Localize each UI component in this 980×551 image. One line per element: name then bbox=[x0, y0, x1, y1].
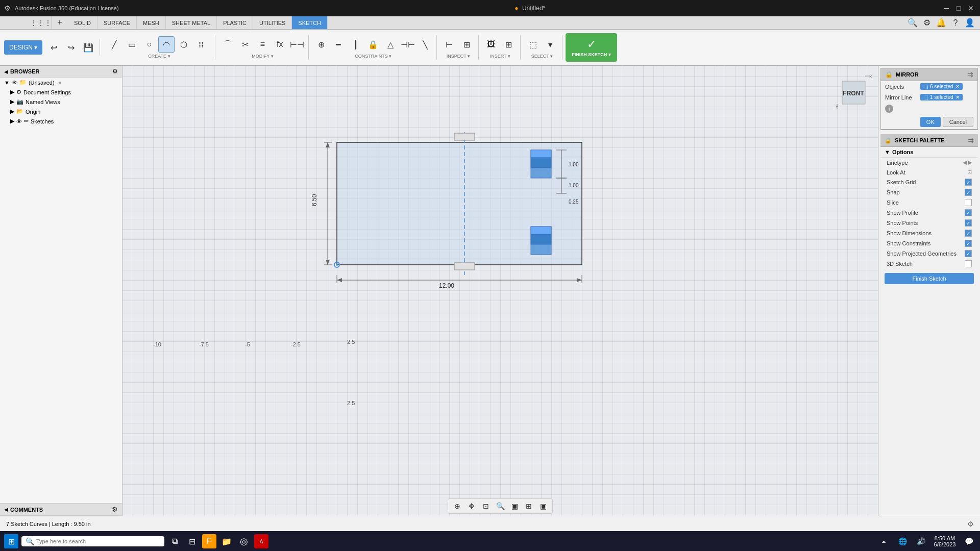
showprojected-checkbox[interactable]: ✓ bbox=[965, 250, 972, 257]
tab-sheet-metal[interactable]: SHEET METAL bbox=[166, 16, 217, 29]
horizontal-constraint[interactable]: ━ bbox=[330, 36, 347, 53]
showdimensions-checkbox[interactable]: ✓ bbox=[965, 230, 972, 237]
linetype-left-arrow[interactable]: ◀ bbox=[963, 159, 967, 166]
finish-sketch-toolbar-button[interactable]: ✓ FINISH SKETCH ▾ bbox=[566, 33, 617, 62]
taskbar-app4-button[interactable]: A bbox=[254, 534, 268, 548]
palette-showdimensions-row[interactable]: Show Dimensions ✓ bbox=[880, 228, 978, 238]
task-view-button[interactable]: ⧉ bbox=[167, 534, 182, 548]
tab-plastic[interactable]: PLASTIC bbox=[217, 16, 253, 29]
settings-button[interactable]: ⚙ bbox=[921, 17, 933, 29]
info-icon[interactable]: i bbox=[885, 105, 893, 113]
polygon-tool[interactable]: ⬡ bbox=[176, 36, 192, 53]
taskbar-chrome-button[interactable]: ◎ bbox=[237, 534, 251, 548]
browser-root[interactable]: ▼ 👁 📁 (Unsaved) ● bbox=[0, 78, 122, 87]
account-button[interactable]: 👤 bbox=[964, 17, 976, 29]
finish-sketch-palette-button[interactable]: Finish Sketch bbox=[885, 273, 974, 284]
taskbar-search-input[interactable] bbox=[36, 538, 138, 544]
browser-sketches[interactable]: ▶ 👁 ✏ Sketches bbox=[0, 116, 122, 126]
mirror-line-clear-icon[interactable]: ✕ bbox=[955, 94, 960, 100]
app-menu-button[interactable]: ⋮⋮⋮ bbox=[35, 17, 47, 29]
tab-surface[interactable]: SURFACE bbox=[97, 16, 137, 29]
slice-checkbox[interactable] bbox=[965, 199, 972, 206]
insert-table-tool[interactable]: ⊞ bbox=[500, 36, 517, 53]
line-tool[interactable]: ╱ bbox=[106, 36, 122, 53]
select-dropdown[interactable]: ▾ bbox=[542, 36, 558, 53]
comments-collapse-button[interactable]: ◀ bbox=[4, 507, 8, 512]
grid-button[interactable]: ⊞ bbox=[523, 500, 535, 512]
statusbar-settings-button[interactable]: ⚙ bbox=[967, 520, 974, 528]
offset-tool[interactable]: ≡ bbox=[254, 36, 271, 53]
search-toolbar-button[interactable]: 🔍 bbox=[906, 17, 919, 29]
arc-tool[interactable]: ◠ bbox=[158, 36, 175, 53]
fillet-tool[interactable]: ⌒ bbox=[219, 36, 236, 53]
taskbar-expand-button[interactable]: ⏶ bbox=[877, 534, 891, 548]
taskbar-explorer-button[interactable]: 📁 bbox=[219, 534, 234, 548]
rectangle-tool[interactable]: ▭ bbox=[124, 36, 140, 53]
tab-solid[interactable]: SOLID bbox=[68, 16, 97, 29]
browser-collapse-button[interactable]: ◀ bbox=[4, 69, 8, 74]
browser-settings-button[interactable]: ⚙ bbox=[112, 68, 118, 75]
palette-showpoints-row[interactable]: Show Points ✓ bbox=[880, 218, 978, 228]
snap-checkbox[interactable]: ✓ bbox=[965, 189, 972, 196]
mirror-line-badge[interactable]: ⬚ 1 selected ✕ bbox=[920, 94, 963, 101]
palette-sketchgrid-row[interactable]: Sketch Grid ✓ bbox=[880, 177, 978, 187]
undo-button[interactable]: ↩ bbox=[45, 39, 62, 56]
lookat-icon[interactable]: ⊡ bbox=[967, 169, 972, 176]
mirror-ok-button[interactable]: OK bbox=[920, 117, 941, 127]
tab-mesh[interactable]: MESH bbox=[137, 16, 166, 29]
tangent-constraint[interactable]: ╲ bbox=[417, 36, 433, 53]
extend-tool[interactable]: ⊢⊣ bbox=[289, 36, 305, 53]
palette-linetype-row[interactable]: Linetype ◀ ▶ bbox=[880, 158, 978, 167]
minimize-button[interactable]: ─ bbox=[941, 3, 951, 13]
close-button[interactable]: ✕ bbox=[966, 3, 976, 13]
more-create-tool[interactable]: ⁞⁞ bbox=[193, 36, 209, 53]
browser-named-views[interactable]: ▶ 📷 Named Views bbox=[0, 97, 122, 107]
section-tool[interactable]: ⊞ bbox=[458, 36, 475, 53]
showconstraints-checkbox[interactable]: ✓ bbox=[965, 240, 972, 247]
showpoints-checkbox[interactable]: ✓ bbox=[965, 219, 972, 227]
save-button[interactable]: 💾 bbox=[80, 39, 96, 56]
mirror-constraint[interactable]: ⊣⊢ bbox=[400, 36, 416, 53]
palette-showprojected-row[interactable]: Show Projected Geometries ✓ bbox=[880, 248, 978, 259]
palette-showprofile-row[interactable]: Show Profile ✓ bbox=[880, 208, 978, 218]
insert-image-tool[interactable]: 🖼 bbox=[483, 36, 499, 53]
zoom-button[interactable]: 🔍 bbox=[494, 500, 506, 512]
notification-center-button[interactable]: 💬 bbox=[962, 534, 976, 548]
notification-button[interactable]: 🔔 bbox=[935, 17, 947, 29]
3dsketch-checkbox[interactable] bbox=[965, 260, 972, 267]
circle-tool[interactable]: ○ bbox=[141, 36, 157, 53]
volume-icon[interactable]: 🔊 bbox=[914, 534, 928, 548]
comments-settings-button[interactable]: ⚙ bbox=[112, 506, 118, 513]
palette-snap-row[interactable]: Snap ✓ bbox=[880, 187, 978, 197]
dimension-tool[interactable]: ⊕ bbox=[313, 36, 329, 53]
redo-button[interactable]: ↪ bbox=[63, 39, 79, 56]
network-icon[interactable]: 🌐 bbox=[895, 534, 910, 548]
navigation-cube[interactable]: FRONT X Y bbox=[832, 71, 873, 112]
taskbar-clock[interactable]: 8:50 AM 6/6/2023 bbox=[932, 535, 958, 547]
palette-slice-row[interactable]: Slice bbox=[880, 197, 978, 208]
design-dropdown[interactable]: DESIGN ▾ bbox=[4, 40, 42, 55]
select-tool[interactable]: ⬚ bbox=[525, 36, 541, 53]
mirror-cancel-button[interactable]: Cancel bbox=[943, 117, 973, 127]
browser-origin[interactable]: ▶ 📂 Origin bbox=[0, 107, 122, 116]
trim-tool[interactable]: ✂ bbox=[237, 36, 253, 53]
taskbar-search[interactable]: 🔍 bbox=[21, 536, 164, 546]
palette-close-button[interactable]: ⇉ bbox=[968, 136, 974, 144]
lock-constraint[interactable]: 🔒 bbox=[365, 36, 381, 53]
orbit-button[interactable]: ⊕ bbox=[451, 500, 463, 512]
taskbar-app-multitask[interactable]: ⊟ bbox=[185, 534, 199, 548]
showprofile-checkbox[interactable]: ✓ bbox=[965, 209, 972, 216]
help-button[interactable]: ? bbox=[949, 17, 962, 29]
palette-lookat-row[interactable]: Look At ⊡ bbox=[880, 167, 978, 177]
browser-doc-settings[interactable]: ▶ ⚙ Document Settings bbox=[0, 87, 122, 97]
linetype-right-arrow[interactable]: ▶ bbox=[968, 159, 972, 166]
new-tab-button[interactable]: + bbox=[54, 16, 66, 29]
pan-button[interactable]: ✥ bbox=[465, 500, 478, 512]
sketchgrid-checkbox[interactable]: ✓ bbox=[965, 179, 972, 186]
viewport[interactable]: -10 -7.5 -5 -2.5 2.5 2.5 bbox=[122, 66, 878, 516]
vertical-constraint[interactable]: ┃ bbox=[348, 36, 364, 53]
maximize-button[interactable]: □ bbox=[953, 3, 964, 13]
objects-clear-icon[interactable]: ✕ bbox=[955, 84, 960, 89]
taskbar-fusion-button[interactable]: F bbox=[202, 534, 216, 548]
palette-showconstraints-row[interactable]: Show Constraints ✓ bbox=[880, 238, 978, 248]
